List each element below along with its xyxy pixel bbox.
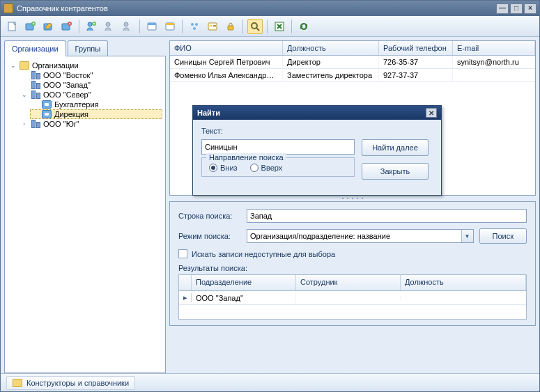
row-indicator-icon: ▸ <box>179 293 192 302</box>
search-button[interactable]: Поиск <box>479 228 527 244</box>
close-button[interactable]: × <box>524 3 537 14</box>
tab-organizations[interactable]: Организации <box>4 40 66 56</box>
maximize-button[interactable]: □ <box>510 3 523 14</box>
groups-icon[interactable] <box>187 19 202 34</box>
result-row[interactable]: ▸ ООО "Запад" <box>179 291 526 305</box>
search-panel: Строка поиска: Режим поиска: Организация… <box>169 201 536 326</box>
svg-rect-11 <box>148 23 156 25</box>
expand-icon[interactable]: › <box>20 120 28 128</box>
cell-email: synitsyn@north.ru <box>453 56 535 68</box>
tree-label: ООО "Юг" <box>43 120 79 128</box>
direction-up-radio[interactable]: Вверх <box>250 164 283 172</box>
svg-point-8 <box>106 22 110 26</box>
tree-org-vostok[interactable]: ООО "Восток" <box>19 70 162 80</box>
find-dialog-title: Найти <box>197 109 220 117</box>
new-icon[interactable] <box>5 19 20 34</box>
delete-icon[interactable] <box>59 19 75 34</box>
minimize-button[interactable]: — <box>496 3 509 14</box>
find-next-button[interactable]: Найти далее <box>362 139 429 156</box>
folder-icon <box>13 379 22 387</box>
find-close-button[interactable]: Закрыть <box>362 163 429 180</box>
result-pos <box>401 296 526 300</box>
find-dialog-close-button[interactable]: ✕ <box>426 108 437 118</box>
tree-label: Дирекция <box>54 110 88 118</box>
result-dept: ООО "Запад" <box>192 292 296 304</box>
find-text-input[interactable] <box>201 139 355 155</box>
tree-root-label: Организации <box>32 61 79 70</box>
statusbar: Конструкторы и справочники <box>1 373 539 391</box>
constructors-link[interactable]: Конструкторы и справочники <box>6 376 135 390</box>
col-phone[interactable]: Рабочий телефон <box>379 41 453 55</box>
app-window: Справочник контрагентов — □ × Организаци… <box>0 0 540 392</box>
collapse-icon[interactable]: ⌄ <box>20 91 28 99</box>
find-dialog-titlebar[interactable]: Найти ✕ <box>193 106 441 120</box>
tab-groups[interactable]: Группы <box>68 40 109 56</box>
direction-legend: Направление поиска <box>206 153 286 162</box>
col-dept[interactable]: Подразделение <box>192 275 296 290</box>
table-row[interactable]: Фоменко Илья Александрович Заместитель д… <box>170 69 535 82</box>
search-button-label: Поиск <box>493 232 514 240</box>
add-icon[interactable] <box>23 19 38 34</box>
tree-label: ООО "Запад" <box>43 81 91 89</box>
search-string-label: Строка поиска: <box>178 212 241 220</box>
search-icon[interactable] <box>247 19 263 34</box>
tree-org-zapad[interactable]: ООО "Запад" <box>19 80 162 90</box>
chevron-down-icon[interactable]: ▼ <box>461 230 473 242</box>
find-next-label: Найти далее <box>372 143 418 152</box>
tree-root[interactable]: ⌄Организации <box>8 61 162 70</box>
excel-icon[interactable] <box>272 19 287 34</box>
tree-dept-accounting[interactable]: Бухгалтерия <box>30 100 162 109</box>
tree-org-sever[interactable]: ⌄ООО "Север" <box>19 90 162 100</box>
tree-dept-direction[interactable]: Дирекция <box>30 109 162 119</box>
results-label: Результаты поиска: <box>178 264 527 272</box>
svg-point-9 <box>124 22 128 26</box>
delete-user-icon[interactable] <box>120 19 135 34</box>
card-yellow-icon[interactable] <box>162 19 178 34</box>
include-unavailable-label: Искать записи недоступные для выбора <box>192 250 335 258</box>
table-row[interactable]: Синицын Сергей Петрович Директор 726-35-… <box>170 56 535 69</box>
edit-user-icon[interactable] <box>102 19 117 34</box>
building-icon <box>31 71 40 79</box>
svg-rect-13 <box>166 23 174 25</box>
constructors-link-label: Конструкторы и справочники <box>26 379 129 387</box>
direction-fieldset: Направление поиска Вниз Вверх <box>201 157 355 177</box>
building-icon <box>31 81 40 89</box>
cell-fio: Фоменко Илья Александрович <box>170 69 283 81</box>
col-fio[interactable]: ФИО <box>170 41 283 55</box>
cell-phone: 726-35-37 <box>379 56 453 68</box>
tree-label: ООО "Север" <box>43 91 91 99</box>
search-string-input[interactable] <box>247 209 527 223</box>
direction-down-label: Вниз <box>220 164 238 172</box>
collapse-icon[interactable]: ⌄ <box>9 62 17 70</box>
splitter[interactable] <box>169 196 536 201</box>
col-pos2[interactable]: Должность <box>401 275 526 290</box>
folder-icon <box>20 61 29 70</box>
results-grid[interactable]: Подразделение Сотрудник Должность ▸ ООО … <box>178 274 527 320</box>
find-text-label: Текст: <box>201 127 433 135</box>
direction-down-radio[interactable]: Вниз <box>209 164 238 172</box>
user-card-icon[interactable] <box>205 19 220 34</box>
briefcase-icon <box>42 100 52 109</box>
tree-label: Бухгалтерия <box>54 100 99 109</box>
search-mode-combo[interactable]: Организация/подразделение: название▼ <box>247 229 474 243</box>
svg-rect-21 <box>228 26 233 30</box>
radio-icon <box>250 164 259 172</box>
refresh-icon[interactable] <box>296 19 311 34</box>
edit-icon[interactable] <box>41 19 56 34</box>
col-position[interactable]: Должность <box>283 41 379 55</box>
add-user-icon[interactable] <box>84 19 99 34</box>
tree-org-yug[interactable]: ›ООО "Юг" <box>19 119 162 129</box>
org-tree[interactable]: ⌄Организации ООО "Восток" ООО "Запад" ⌄О… <box>4 56 166 373</box>
lock-icon[interactable] <box>223 19 238 34</box>
include-unavailable-checkbox[interactable] <box>178 249 187 258</box>
svg-point-14 <box>191 23 194 26</box>
tab-organizations-label: Организации <box>12 45 59 53</box>
right-panel: ФИО Должность Рабочий телефон E-mail Син… <box>169 40 536 373</box>
app-icon <box>3 3 13 13</box>
col-emp[interactable]: Сотрудник <box>296 275 401 290</box>
cell-email <box>453 69 535 81</box>
find-close-label: Закрыть <box>380 167 410 175</box>
col-email[interactable]: E-mail <box>453 41 535 55</box>
card-blue-icon[interactable] <box>144 19 160 34</box>
svg-point-22 <box>252 23 257 29</box>
